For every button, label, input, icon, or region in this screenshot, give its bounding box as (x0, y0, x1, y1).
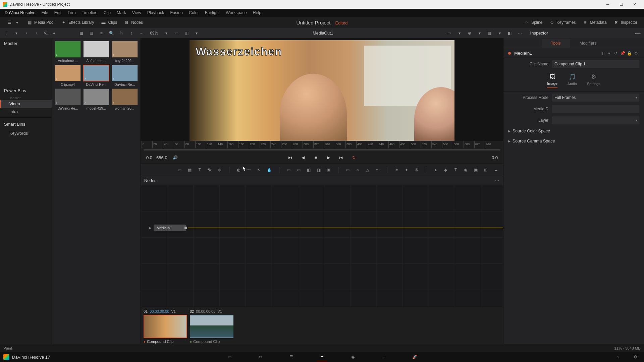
viewer-split-button[interactable]: ◧ (506, 29, 514, 37)
clip-item-01[interactable]: 0100:00:00:00V1 ●Compound Clip (144, 309, 187, 344)
menu-mark[interactable]: Mark (114, 9, 129, 16)
home-button[interactable]: ⌂ (612, 353, 623, 361)
nav-forward-button[interactable]: › (33, 29, 40, 37)
menu-workspace[interactable]: Workspace (223, 9, 249, 16)
nodes-canvas[interactable]: ▶ MediaIn1 MediaOut1 (141, 185, 503, 307)
panel-dropdown-button[interactable]: ☰▾ (3, 18, 23, 26)
menu-color[interactable]: Color (186, 9, 202, 16)
media-thumbnail[interactable]: ♪DaVinci Re... (111, 65, 138, 86)
effects-library-button[interactable]: ✦Effects Library (58, 18, 97, 26)
chevron-down-icon[interactable]: ▾ (193, 29, 200, 37)
tool-particles[interactable]: ✶ (395, 166, 399, 174)
viewer-canvas[interactable]: Wasserzeichen (141, 38, 503, 141)
window-close-button[interactable]: ✕ (628, 1, 641, 8)
menu-fusion[interactable]: Fusion (167, 9, 185, 16)
inspector-lock-button[interactable]: 🔒 (626, 51, 633, 56)
media-thumbnail[interactable]: ♪DaVinci Re... (55, 88, 81, 110)
nodes-button[interactable]: ⊟Nodes (120, 18, 146, 26)
tool-rectangle-mask[interactable]: ▭ (345, 166, 350, 174)
tool-blur[interactable]: 〰 (247, 166, 251, 174)
sort-field[interactable]: V... (43, 29, 50, 37)
tool-merge[interactable]: ▭ (287, 166, 291, 174)
media-thumbnail[interactable]: ♪DaVinci Re... (83, 65, 110, 86)
chevron-down-icon[interactable]: ▾ (496, 29, 503, 37)
media-thumbnail[interactable]: ♪Aufnahme ... (55, 41, 81, 63)
tool-colorcorrector[interactable]: ◐ (236, 166, 240, 174)
clips-button[interactable]: ▬Clips (98, 18, 121, 26)
inspector-tab-tools[interactable]: Tools (542, 39, 570, 48)
inspector-pin-button[interactable]: 📌 (619, 51, 626, 56)
timecode-right[interactable]: 0.0 (492, 155, 498, 160)
stop-button[interactable]: ■ (312, 154, 320, 162)
chevron-down-icon[interactable]: ▾ (606, 51, 612, 56)
page-color-button[interactable]: ◉ (347, 353, 358, 361)
media-thumbnail[interactable]: ♪boy-24202... (111, 41, 138, 63)
source-color-space-toggle[interactable]: ▶Source Color Space (503, 126, 644, 136)
viewer-snapshot-button[interactable]: ⊕ (466, 29, 473, 37)
list-view-button[interactable]: ≡ (98, 29, 105, 37)
page-fairlight-button[interactable]: ♪ (378, 353, 389, 361)
menu-trim[interactable]: Trim (65, 9, 78, 16)
inspector-expand-button[interactable]: ⟷ (634, 29, 641, 37)
inspector-cat-settings[interactable]: ⚙Settings (587, 73, 600, 88)
chevron-down-icon[interactable]: ▾ (456, 29, 463, 37)
clip-item-02[interactable]: 0200:00:00:00V1 ●Compound Clip (190, 309, 233, 344)
tool-3d-merge[interactable]: ⊞ (484, 166, 488, 174)
inspector-versions-button[interactable]: ◫ (599, 51, 606, 56)
clip-thumbnail[interactable] (190, 315, 233, 338)
node-mediain1[interactable]: ▶ MediaIn1 (154, 225, 186, 231)
bin-power-bins-header[interactable]: Power Bins (0, 85, 52, 96)
menu-file[interactable]: File (39, 9, 51, 16)
viewer-stacked-button[interactable]: ▭ (446, 29, 453, 37)
zoom-level[interactable]: 69% (148, 31, 160, 36)
timecode-current[interactable]: 0.0 (146, 155, 152, 160)
tool-3d-render[interactable]: ☁ (494, 166, 498, 174)
menu-davinci-resolve[interactable]: DaVinci Resolve (2, 9, 38, 16)
bin-power-master[interactable]: Master (0, 96, 52, 100)
menu-clip[interactable]: Clip (101, 9, 114, 16)
inspector-button[interactable]: ✖Inspector (610, 18, 641, 26)
timeline-slider[interactable] (141, 148, 503, 152)
chevron-down-icon[interactable]: ▾ (476, 29, 483, 37)
media-thumbnail[interactable]: ♪Aufnahme ... (83, 41, 110, 63)
menu-fairlight[interactable]: Fairlight (202, 9, 222, 16)
view-options-button[interactable]: ◫ (183, 29, 190, 37)
bin-smart-keywords[interactable]: Keywords (0, 129, 52, 137)
node-output-port[interactable] (184, 227, 187, 229)
media-thumbnail[interactable]: ♪Clip.mp4 (55, 65, 81, 86)
page-media-button[interactable]: ▭ (224, 353, 235, 361)
source-gamma-space-toggle[interactable]: ▶Source Gamma Space (503, 136, 644, 146)
tool-3d-light[interactable]: ▣ (474, 166, 478, 174)
media-id-field[interactable] (552, 105, 639, 113)
list-icons-button[interactable]: ▦ (77, 29, 85, 37)
page-fusion-button[interactable]: ✦ (317, 353, 327, 361)
tool-text[interactable]: T (198, 166, 202, 174)
loop-button[interactable]: ↻ (350, 154, 358, 162)
sort-button[interactable]: ↕ (128, 29, 135, 37)
tool-ellipse-mask[interactable]: ○ (356, 166, 360, 174)
clip-name-field[interactable]: Compound Clip 1 (552, 60, 639, 68)
menu-edit[interactable]: Edit (52, 9, 64, 16)
tool-brightness[interactable]: ☀ (257, 166, 261, 174)
menu-view[interactable]: View (129, 9, 144, 16)
tool-3d-text[interactable]: T (453, 166, 458, 174)
inspector-tab-modifiers[interactable]: Modifiers (570, 39, 606, 48)
tool-matte[interactable]: ◧ (307, 166, 311, 174)
step-back-button[interactable]: ◀ (299, 154, 307, 162)
go-end-button[interactable]: ⏭ (337, 154, 345, 162)
keyframes-button[interactable]: ◇Keyframes (546, 18, 579, 26)
go-start-button[interactable]: ⏮ (286, 154, 294, 162)
window-minimize-button[interactable]: ─ (601, 1, 614, 8)
tool-resize[interactable]: ◨ (317, 166, 321, 174)
viewer-grid-button[interactable]: ▦ (486, 29, 493, 37)
tool-fastnoise[interactable]: ▦ (187, 166, 192, 174)
chevron-down-icon[interactable]: ▾ (13, 29, 20, 37)
nav-back-button[interactable]: ‹ (23, 29, 30, 37)
spline-button[interactable]: 〰Spline (521, 18, 546, 26)
tool-prender[interactable]: ✦ (405, 166, 409, 174)
window-maximize-button[interactable]: ☐ (614, 1, 628, 8)
tool-tracker[interactable]: ⊕ (218, 166, 222, 174)
inspector-settings-button[interactable]: ⚙ (633, 51, 639, 56)
play-button[interactable]: ▶ (324, 154, 332, 162)
inspector-reset-button[interactable]: ↺ (612, 51, 619, 56)
